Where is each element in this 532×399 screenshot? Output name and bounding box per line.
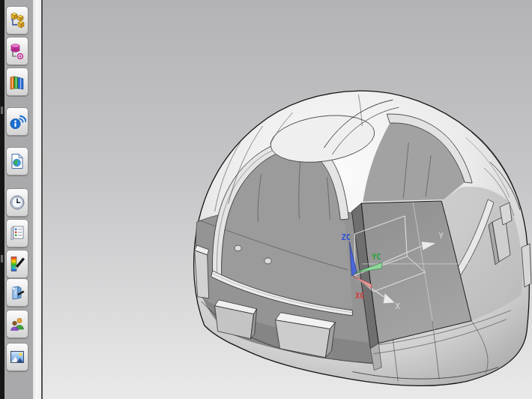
zc-label: ZC — [341, 233, 350, 242]
toolbar-button-library[interactable] — [6, 68, 28, 96]
toolbar-button-color-editor[interactable] — [6, 250, 28, 278]
y-axis-label: Y — [438, 231, 444, 241]
info-wireless-icon — [8, 112, 26, 130]
toolbar-button-history[interactable] — [6, 188, 28, 217]
library-icon — [8, 73, 26, 91]
toolbar-button-palette-list[interactable] — [6, 219, 28, 248]
color-editor-icon — [8, 255, 26, 273]
roles-people-icon — [8, 315, 26, 333]
image-gallery-icon — [8, 348, 26, 366]
toolbar-button-visualization[interactable] — [6, 278, 28, 307]
palette-list-icon — [8, 224, 26, 242]
resource-toolbar — [4, 0, 33, 399]
history-clock-icon — [8, 194, 26, 212]
assembly-navigator-icon — [8, 11, 26, 29]
graphics-viewport[interactable]: Y X ZC YC — [43, 0, 532, 399]
toolbar-button-roles[interactable] — [6, 310, 28, 338]
toolbar-button-constraint-navigator[interactable] — [6, 37, 28, 65]
dome-part-model[interactable] — [194, 91, 531, 386]
toolbar-button-web-document[interactable] — [6, 147, 28, 176]
xc-label: XC — [355, 292, 364, 300]
toolbar-button-assembly-navigator[interactable] — [6, 6, 28, 34]
cad-application-window: Y X ZC YC — [0, 0, 532, 399]
web-document-icon — [8, 152, 26, 170]
visualization-icon — [8, 284, 26, 302]
toolbar-button-image-gallery[interactable] — [6, 343, 28, 371]
resource-bar-splitter[interactable] — [33, 0, 43, 399]
edge-handle-tick — [1, 106, 3, 114]
yc-label: YC — [372, 253, 381, 261]
edge-handle-tick — [1, 255, 3, 262]
constraint-navigator-icon — [8, 42, 26, 60]
x-axis-label: X — [395, 302, 400, 311]
toolbar-button-info-wireless[interactable] — [6, 107, 28, 136]
